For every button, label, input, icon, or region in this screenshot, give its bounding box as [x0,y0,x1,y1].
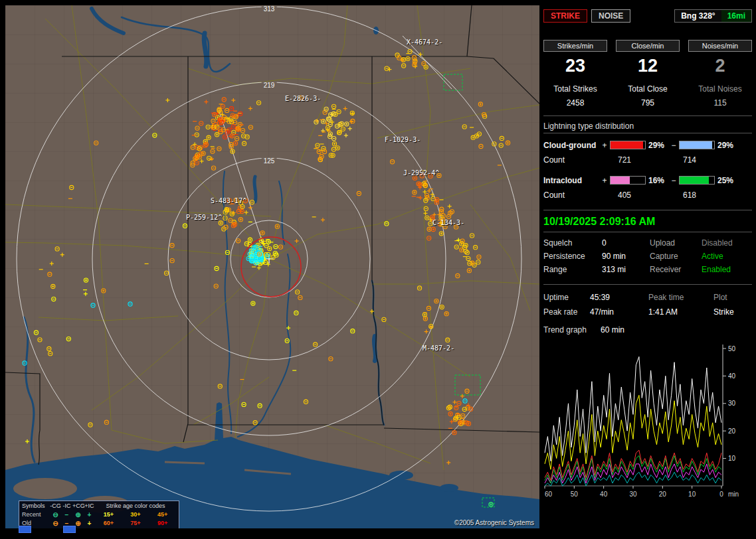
cg-minus-count: 714 [683,155,696,165]
cg-plus-count: 721 [618,155,683,165]
lightning-map[interactable]: 313219125 X-4674-2-E-2826-3-F-1029-3-J-2… [5,5,539,528]
total-close-label: Total Close [616,84,680,94]
settings-row-persistence: Persistence 90 min Capture Active [543,250,752,263]
svg-text:10: 10 [728,455,736,462]
total-strikes-value: 2458 [543,98,607,108]
cg-minus-bar [679,141,715,149]
plus-sign: + [601,141,609,150]
taskbar-fragment [63,526,76,533]
svg-text:20: 20 [728,427,736,435]
totals-row: Total Strikes 2458 Total Close 795 Total… [543,84,752,108]
storm-cell-label: C-134-3- [432,219,464,226]
cloud-ground-label: Cloud-ground [543,141,601,150]
distribution-title: Lightning type distribution [543,121,752,131]
storm-cell-label: M-487-2- [423,345,454,352]
bearing-distance: 16mi [721,10,751,22]
map-legend: Symbols -CG -IC +CG +IC Strike age color… [19,501,179,528]
noises-per-min: Noises/min 2 [688,40,752,76]
ic-plus-pct: 16% [647,176,670,185]
peak-time-value: 1:41 AM [648,305,713,319]
svg-text:20: 20 [659,491,667,498]
legend-age-title: Strike age color codes [95,502,176,510]
trend-graph-window: 60 min [601,323,624,337]
trend-graph-label: Trend graph [543,323,601,337]
svg-text:10: 10 [688,491,696,498]
strike-toggle-button[interactable]: STRIKE [543,9,587,23]
top-toolbar: STRIKE NOISE Bng 328° 16mi [543,9,752,23]
capture-label: Capture [650,250,702,263]
age-code-label: 60+ [104,519,114,528]
legend-rows: Recent⊖−⊕+15+30+45+Old⊖−⊕+60+75+90+ [22,510,176,528]
storm-cell-label: X-4674-2- [407,38,442,46]
trend-graph-row: Trend graph 60 min [543,323,752,337]
strike-symbol-glyph: + [84,519,95,528]
svg-text:50: 50 [728,345,736,352]
rate-boxes: Strikes/min 23 Close/min 12 Noises/min 2 [543,40,752,76]
svg-text:50: 50 [571,491,579,498]
legend-row: Old⊖−⊕+60+75+90+ [22,519,176,528]
range-label: Range [543,263,602,276]
cg-plus-pct: 29% [647,141,670,150]
close-per-min-label: Close/min [616,40,680,52]
legend-col-neg-cg: -CG [50,502,61,510]
peak-time-label: Peak time [648,290,713,305]
ic-plus-count: 405 [618,191,683,200]
control-panel: STRIKE NOISE Bng 328° 16mi Strikes/min 2… [543,9,752,508]
session-row-2: Peak rate 47/min 1:41 AM Strike [543,305,752,319]
age-code-label: 15+ [104,510,114,519]
total-noises: Total Noises 115 [688,84,752,108]
divider [543,133,752,133]
plot-label: Plot [713,290,727,305]
total-close-value: 795 [616,98,680,108]
peak-rate-value: 47/min [590,305,648,319]
bearing-value: Bng 328° [675,10,721,22]
intracloud-row: Intracloud + 16% − 25% [543,173,752,188]
divider [543,284,752,285]
cg-minus-pct: 29% [716,141,739,150]
bearing-readout: Bng 328° 16mi [674,9,752,23]
age-code-label: 45+ [157,510,167,519]
nexstorm-window: 313219125 X-4674-2-E-2826-3-F-1029-3-J-2… [0,0,756,539]
ic-minus-bar [679,176,715,185]
storm-cell-label: E-2826-3- [285,95,321,102]
noises-per-min-label: Noises/min [688,40,752,52]
upload-label: Upload [650,236,702,250]
divider [543,210,752,210]
persistence-label: Persistence [543,250,602,263]
squelch-label: Squelch [543,236,602,250]
svg-text:40: 40 [600,491,608,498]
svg-text:40: 40 [728,372,736,380]
storm-cell-label: P-259-12^ [186,214,222,221]
cloud-ground-counts: Count 721 714 [543,153,752,167]
taskbar-fragment [19,526,31,533]
noise-toggle-button[interactable]: NOISE [591,9,630,23]
legend-col-pos-ic: +IC [84,502,95,510]
age-code-label: 90+ [157,519,167,528]
legend-col-neg-ic: -IC [61,502,72,510]
ic-plus-bar [610,176,646,185]
peak-rate-label: Peak rate [543,305,590,319]
close-per-min-value: 12 [616,56,680,76]
svg-text:30: 30 [728,400,736,407]
legend-col-pos-cg: +CG [72,502,84,510]
settings-row-squelch: Squelch 0 Upload Disabled [543,236,752,250]
total-strikes-label: Total Strikes [543,84,607,94]
intracloud-label: Intracloud [543,176,601,185]
plot-mode-value: Strike [713,305,734,319]
age-code-label: 30+ [130,510,140,519]
storm-cell-label: J-2952-4^ [403,169,439,177]
plus-sign: + [601,176,609,185]
range-ring-label: 313 [262,5,277,13]
copyright-text: ©2005 Astrogenic Systems [454,519,534,526]
strikes-per-min-value: 23 [543,56,607,76]
upload-status: Disabled [702,236,733,250]
total-noises-value: 115 [688,98,752,108]
svg-text:0: 0 [719,491,723,498]
cg-plus-bar [610,141,646,149]
receiver-status: Enabled [702,263,731,276]
noises-per-min-value: 2 [688,56,752,76]
total-noises-label: Total Noises [688,84,752,94]
session-row-1: Uptime 45:39 Peak time Plot [543,290,752,305]
range-ring-label: 219 [262,82,277,89]
strike-symbol-glyph: + [84,510,95,519]
